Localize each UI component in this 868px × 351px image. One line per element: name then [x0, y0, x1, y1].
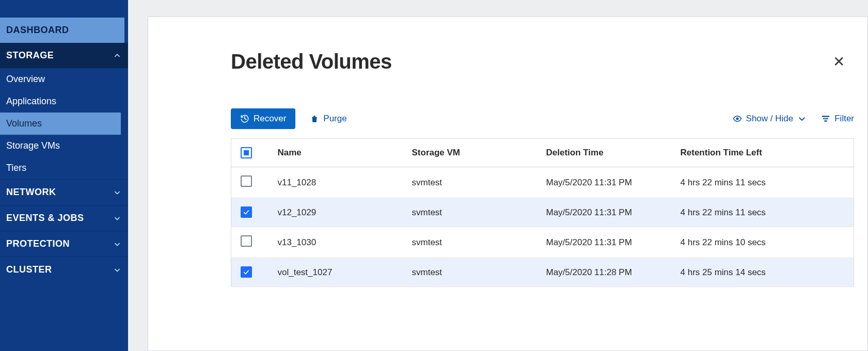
cell-name: v12_1029 [269, 198, 403, 227]
sidebar-item-cluster[interactable]: CLUSTER [0, 257, 128, 282]
show-hide-button[interactable]: Show / Hide [733, 114, 807, 124]
header-select-all [231, 139, 269, 167]
sidebar-tiers-label: Tiers [6, 163, 26, 173]
table-row[interactable]: v11_1028svmtestMay/5/2020 11:31 PM4 hrs … [231, 167, 854, 198]
sidebar-item-dashboard[interactable]: DASHBOARD [0, 18, 124, 43]
cell-storage-vm: svmtest [403, 227, 537, 258]
sidebar-item-storage[interactable]: STORAGE [0, 43, 128, 68]
cell-deletion-time: May/5/2020 11:31 PM [537, 167, 671, 198]
trash-icon [310, 114, 319, 123]
sidebar-item-volumes[interactable]: Volumes [0, 113, 121, 135]
purge-button[interactable]: Purge [310, 114, 346, 124]
filter-icon [821, 114, 830, 123]
close-icon[interactable]: ✕ [829, 53, 849, 70]
sidebar-dashboard-label: DASHBOARD [6, 25, 69, 36]
chevron-down-icon [113, 214, 122, 223]
table-row[interactable]: vol_test_1027svmtestMay/5/2020 11:28 PM4… [231, 258, 854, 287]
sidebar-item-network[interactable]: NETWORK [0, 179, 128, 205]
page-title: Deleted Volumes [231, 50, 392, 73]
chevron-down-icon [113, 240, 122, 249]
chevron-down-icon [797, 114, 807, 123]
filter-button[interactable]: Filter [821, 114, 854, 124]
cell-name: vol_test_1027 [269, 258, 403, 287]
deleted-volumes-table: Name Storage VM Deletion Time Retention … [231, 138, 854, 287]
content-panel: Deleted Volumes ✕ Recover Purge [148, 17, 868, 351]
row-checkbox[interactable] [241, 235, 252, 247]
recover-button[interactable]: Recover [231, 108, 295, 129]
panel-header: Deleted Volumes ✕ [231, 50, 854, 73]
cell-checkbox [231, 258, 269, 287]
sidebar-applications-label: Applications [6, 96, 56, 106]
toolbar-left: Recover Purge [231, 108, 347, 129]
sidebar-storage-label: STORAGE [6, 50, 54, 61]
cell-deletion-time: May/5/2020 11:28 PM [537, 258, 671, 287]
cell-storage-vm: svmtest [403, 258, 537, 287]
row-checkbox[interactable] [241, 176, 252, 187]
sidebar-network-label: NETWORK [6, 187, 56, 198]
sidebar: DASHBOARD STORAGE Overview Applications … [0, 0, 128, 351]
svg-rect-3 [825, 121, 827, 122]
eye-icon [733, 114, 742, 123]
purge-label: Purge [323, 114, 346, 124]
row-checkbox[interactable] [241, 206, 252, 218]
recover-label: Recover [254, 114, 286, 124]
svg-point-0 [736, 118, 738, 120]
table-row[interactable]: v12_1029svmtestMay/5/2020 11:31 PM4 hrs … [231, 198, 854, 227]
toolbar: Recover Purge Show / Hide [231, 108, 854, 129]
sidebar-item-tiers[interactable]: Tiers [0, 157, 128, 179]
table-row[interactable]: v13_1030svmtestMay/5/2020 11:31 PM4 hrs … [231, 227, 854, 258]
sidebar-cluster-label: CLUSTER [6, 264, 52, 275]
cell-checkbox [231, 227, 269, 258]
header-name[interactable]: Name [269, 139, 403, 167]
sidebar-item-events-jobs[interactable]: EVENTS & JOBS [0, 205, 128, 231]
cell-name: v11_1028 [269, 167, 403, 198]
chevron-down-icon [113, 188, 122, 197]
filter-label: Filter [834, 114, 854, 124]
cell-storage-vm: svmtest [403, 167, 537, 198]
sidebar-item-applications[interactable]: Applications [0, 90, 128, 113]
sidebar-item-storage-vms[interactable]: Storage VMs [0, 135, 128, 157]
sidebar-volumes-label: Volumes [6, 118, 42, 129]
table-header-row: Name Storage VM Deletion Time Retention … [231, 139, 854, 167]
chevron-down-icon [113, 265, 122, 275]
show-hide-label: Show / Hide [746, 114, 794, 124]
toolbar-right: Show / Hide Filter [733, 114, 854, 124]
sidebar-protection-label: PROTECTION [6, 238, 70, 249]
sidebar-item-overview[interactable]: Overview [0, 68, 128, 90]
cell-deletion-time: May/5/2020 11:31 PM [537, 227, 671, 258]
main-area: Deleted Volumes ✕ Recover Purge [128, 0, 868, 351]
cell-retention: 4 hrs 22 mins 10 secs [671, 227, 854, 258]
header-deletion-time[interactable]: Deletion Time [537, 139, 671, 167]
cell-checkbox [231, 167, 269, 198]
cell-retention: 4 hrs 22 mins 11 secs [671, 198, 854, 227]
sidebar-item-protection[interactable]: PROTECTION [0, 231, 128, 257]
cell-retention: 4 hrs 22 mins 11 secs [671, 167, 854, 198]
header-retention[interactable]: Retention Time Left [671, 139, 854, 167]
cell-name: v13_1030 [269, 227, 403, 258]
cell-deletion-time: May/5/2020 11:31 PM [537, 198, 671, 227]
select-all-checkbox[interactable] [241, 147, 252, 158]
cell-retention: 4 hrs 25 mins 14 secs [671, 258, 854, 287]
cell-checkbox [231, 198, 269, 227]
row-checkbox[interactable] [241, 266, 252, 278]
header-storage-vm[interactable]: Storage VM [403, 139, 537, 167]
svg-rect-2 [824, 118, 828, 119]
cell-storage-vm: svmtest [403, 198, 537, 227]
sidebar-overview-label: Overview [6, 74, 45, 84]
chevron-up-icon [113, 51, 122, 60]
sidebar-spacer [0, 0, 128, 18]
sidebar-storagevms-label: Storage VMs [6, 140, 60, 151]
restore-icon [240, 114, 249, 123]
svg-rect-1 [822, 116, 829, 117]
sidebar-events-label: EVENTS & JOBS [6, 213, 84, 224]
